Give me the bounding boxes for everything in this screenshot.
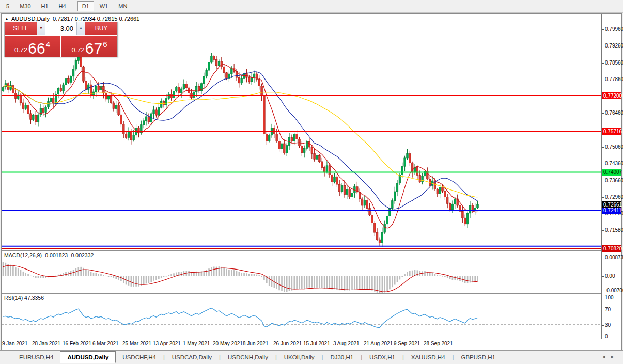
macd-axis-label: -0.00700 [605,288,623,293]
chart-window: ▲AUDUSD,Daily 0.72817 0.72934 0.72615 0.… [1,13,622,350]
rsi-axis-label: 0 [605,334,608,339]
macd-axis-tick [602,276,604,277]
price-axis-tick [602,63,604,64]
macd-axis-tick [602,258,604,258]
date-axis-label: 16 Feb 2021 [63,341,91,346]
tab-separator: | [219,354,221,360]
hline-price-label: 0.77200 [602,92,621,99]
rsi-axis-tick [602,310,604,310]
sell-price-prefix: 0.72 [14,46,27,54]
date-axis-label: 6 Mar 2021 [92,341,119,346]
spin-up-icon: ▲ [79,26,83,30]
price-axis-tick [602,147,604,148]
panel-separator[interactable] [2,250,620,251]
price-axis-tick [602,80,604,80]
price-axis-label: 0.74360 [605,161,623,166]
rsi-axis-tick [602,337,604,337]
price-axis-label: 0.75060 [605,144,623,150]
collapse-icon[interactable]: ▲ [5,17,9,21]
timeframe-button-w1[interactable]: W1 [95,1,113,11]
chart-tab-usdx-h1[interactable]: USDX,H1 [363,352,402,362]
timeframe-button-h1[interactable]: H1 [37,1,53,11]
date-axis-label: 8 Jun 2021 [243,341,269,346]
chart-ohlc-header: ▲AUDUSD,Daily 0.72817 0.72934 0.72615 0.… [5,15,139,22]
price-axis-label: 0.78560 [605,60,623,66]
timeframe-button-m30[interactable]: M30 [15,1,35,11]
volume-increase-button[interactable]: ▲ [76,22,85,35]
tab-separator: | [402,354,404,360]
timeframe-button-mn[interactable]: MN [114,1,132,11]
price-axis-tick [602,113,604,114]
rsi-axis-label: 30 [605,322,611,328]
one-click-trade-widget: SELL ▼ ▲ BUY 0.72 66 4 0.72 67 6 [4,22,118,57]
date-axis-label: 25 Mar 2021 [122,341,151,346]
chart-tab-usdcad-daily[interactable]: USDCAD,Daily [165,352,219,362]
price-axis-tick [602,46,604,46]
chart-ohlc-values: 0.72817 0.72934 0.72615 0.72661 [53,15,139,22]
buy-price-sup: 6 [103,40,107,49]
price-axis-label: 0.79960 [605,26,623,32]
rsi-canvas[interactable] [2,294,601,339]
price-axis-label: 0.71580 [605,227,623,233]
chart-tab-dj30-h1[interactable]: DJ30,H1 [323,352,360,362]
price-axis-label: 0.79260 [605,43,623,49]
macd-canvas[interactable] [2,251,601,293]
date-axis-label: 28 Sep 2021 [424,341,453,346]
date-axis-label: 1 May 2021 [183,341,210,346]
buy-button[interactable]: BUY [85,22,117,35]
chart-tab-gbpusd-h1[interactable]: GBPUSD,H1 [454,352,502,362]
chart-tab-ukoil-daily[interactable]: UKOil,Daily [277,352,321,362]
tab-separator: | [322,354,323,360]
chart-tab-xauusd-h4[interactable]: XAUUSD,H4 [404,352,452,362]
chart-tab-eurusd-h4[interactable]: EURUSD,H4 [12,352,60,362]
date-axis-label: 21 Aug 2021 [364,341,393,346]
hline-price-label: 0.75716 [602,128,621,135]
rsi-axis-label: 70 [605,307,611,312]
date-axis-label: 9 Jan 2021 [2,341,28,346]
price-axis-tick [602,29,604,30]
timeframe-button-5[interactable]: 5 [2,1,14,11]
tab-scroll-arrows[interactable]: ◄► [601,354,619,359]
tab-separator: | [163,354,165,360]
date-axis-label: 3 Aug 2021 [333,341,360,346]
macd-axis-label: 0.008739 [605,255,623,260]
timeframe-button-d1[interactable]: D1 [77,1,94,11]
macd-axis-tick [602,291,604,291]
sell-price-sup: 4 [46,40,50,49]
price-axis-label: 0.72960 [605,194,623,200]
sell-price-big: 66 [28,41,45,56]
timeframe-button-h4[interactable]: H4 [54,1,71,11]
volume-input[interactable] [45,22,76,35]
date-axis-label: 13 Apr 2021 [153,341,181,346]
tab-scroll-left-icon[interactable]: ◄ [601,354,610,359]
tab-separator: | [275,354,277,360]
macd-axis-label: 0.00 [605,273,615,279]
sell-button[interactable]: SELL [5,22,37,35]
date-axis-label: 15 Jul 2021 [303,341,330,346]
buy-price-big: 67 [85,41,102,56]
tab-scroll-right-icon[interactable]: ► [610,354,619,359]
chart-tab-usdcnh-daily[interactable]: USDCNH,Daily [221,352,275,362]
price-axis-tick [602,197,604,198]
price-axis-label: 0.76460 [605,110,623,116]
timeframe-toolbar: 5M30H1H4D1W1MN [0,0,623,13]
buy-price-prefix: 0.72 [71,46,84,54]
chart-tab-usdchf-h4[interactable]: USDCHF,H4 [116,352,163,362]
price-axis-tick [602,230,604,231]
price-axis[interactable]: 0.799600.792600.785600.778600.764600.750… [601,14,621,339]
date-axis-label: 26 Jun 2021 [273,341,302,346]
volume-decrease-button[interactable]: ▼ [37,22,45,35]
panel-separator[interactable] [2,293,620,294]
toolbar-separator [74,2,74,11]
price-axis-tick [602,181,604,181]
chart-tab-audusd-daily[interactable]: AUDUSD,Daily [60,351,116,363]
price-axis-label: 0.77860 [605,76,623,82]
date-axis-label: 9 Sep 2021 [394,341,420,346]
buy-price-button[interactable]: 0.72 67 6 [61,36,117,57]
tab-separator: | [361,354,362,360]
price-axis-tick [602,164,604,164]
price-axis-tick [602,214,604,214]
sell-price-button[interactable]: 0.72 66 4 [5,36,60,57]
hline-price-label: 0.70820 [602,245,621,252]
date-axis[interactable]: 9 Jan 202128 Jan 202116 Feb 20216 Mar 20… [2,339,620,350]
